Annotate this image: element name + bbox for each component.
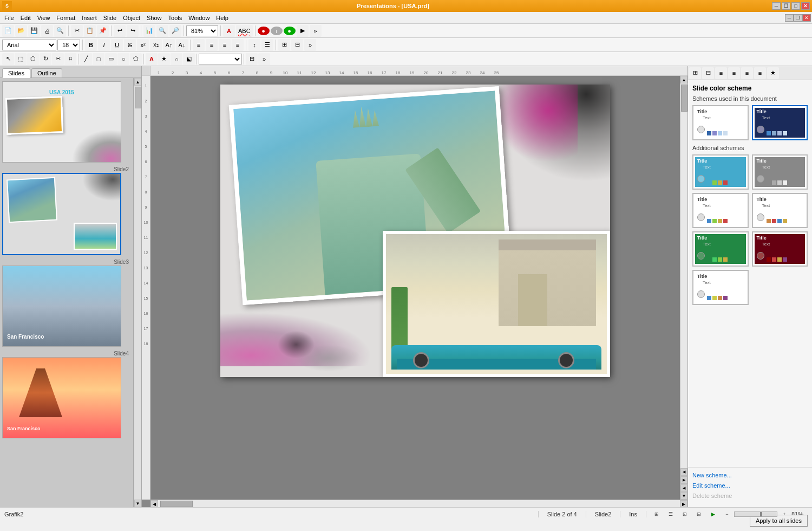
polygon-button[interactable]: ⬠	[130, 53, 142, 65]
style-dropdown[interactable]	[199, 54, 242, 64]
bold-button[interactable]: B	[85, 39, 97, 51]
slides-scroll-thumb[interactable]	[135, 87, 141, 108]
menu-window[interactable]: Window	[185, 14, 213, 22]
print-button[interactable]: 🖨	[41, 25, 53, 37]
slide-thumb-4[interactable]: San Francisco	[2, 357, 121, 438]
tab-order-button[interactable]: ⌗	[64, 53, 76, 65]
table-button[interactable]: ⊞	[278, 39, 290, 51]
slide-scroll-right[interactable]: ▶	[680, 500, 687, 507]
align-right-button[interactable]: ≡	[219, 39, 231, 51]
copy-button[interactable]: 📋	[84, 25, 96, 37]
cut-button[interactable]: ✂	[71, 25, 83, 37]
minimize-button[interactable]: ─	[772, 2, 781, 10]
slide-scroll-thumb-v[interactable]	[681, 85, 687, 112]
view-outline-btn[interactable]: ☰	[665, 509, 677, 519]
start-button[interactable]: ●	[284, 27, 296, 35]
restore-button[interactable]: □	[791, 2, 800, 10]
shrink-font-button[interactable]: A↓	[176, 39, 188, 51]
app-close[interactable]: ✕	[802, 14, 811, 22]
menu-file[interactable]: File	[1, 14, 17, 22]
grow-font-button[interactable]: A↑	[163, 39, 175, 51]
scheme-add-3[interactable]: Title Text	[692, 193, 749, 228]
new-button[interactable]: 📄	[2, 25, 14, 37]
app-minimize[interactable]: ─	[785, 14, 794, 22]
slide-scroll-up[interactable]: ▲	[680, 76, 687, 83]
scheme-add-2[interactable]: Title Text	[752, 154, 808, 190]
scheme-add-4[interactable]: Title Text	[752, 193, 808, 228]
placeholder-button[interactable]: ⬕	[183, 53, 195, 65]
select2-button[interactable]: ⬚	[15, 53, 27, 65]
menu-format[interactable]: Format	[53, 14, 78, 22]
strikethrough-button[interactable]: S	[124, 39, 136, 51]
slide-scroll-down[interactable]: ▼	[680, 492, 687, 500]
star-button[interactable]: ★	[158, 53, 170, 65]
scheme-add-6[interactable]: Title Text	[752, 231, 808, 267]
slides-scroll-up[interactable]: ▲	[134, 78, 141, 86]
slide-photo-car[interactable]	[383, 231, 610, 377]
stop-button[interactable]: ●	[258, 27, 270, 35]
chart-button[interactable]: 📊	[143, 25, 155, 37]
save-button[interactable]: 💾	[28, 25, 40, 37]
menu-object[interactable]: Object	[120, 14, 143, 22]
align-left-button[interactable]: ≡	[193, 39, 205, 51]
zoom-dropdown[interactable]: 81% 50% 75% 100% 125% 150%	[186, 25, 218, 36]
view-slide-btn[interactable]: ⊡	[679, 509, 691, 519]
menu-view[interactable]: View	[34, 14, 54, 22]
view-normal-btn[interactable]: ⊞	[651, 509, 663, 519]
rp-btn2[interactable]: ⊟	[702, 67, 714, 79]
paste-button[interactable]: 📌	[97, 25, 109, 37]
slide-thumb-1[interactable]: USA 2015	[2, 81, 121, 163]
line-spacing-button[interactable]: ↕	[248, 39, 260, 51]
justify-button[interactable]: ≡	[232, 39, 244, 51]
zoom-in-button[interactable]: 🔍	[156, 25, 168, 37]
font-size-dropdown[interactable]: 18	[57, 40, 80, 50]
menu-show[interactable]: Show	[143, 14, 165, 22]
slide-thumb-3[interactable]: San Francisco	[2, 266, 121, 347]
more-button2[interactable]: »	[304, 39, 316, 51]
menu-edit[interactable]: Edit	[17, 14, 34, 22]
line-button[interactable]: ╱	[80, 53, 92, 65]
scheme-add-1[interactable]: Title Text	[692, 154, 749, 190]
italic-button[interactable]: I	[98, 39, 110, 51]
scheme-add-7[interactable]: Title Text	[692, 270, 749, 305]
rp-btn7[interactable]: ★	[767, 67, 779, 79]
columns-button[interactable]: ⊟	[291, 39, 303, 51]
preview-button[interactable]: 🔍	[54, 25, 66, 37]
rp-btn5[interactable]: ≡	[741, 67, 753, 79]
app-restore[interactable]: ❐	[794, 14, 802, 22]
menu-tools[interactable]: Tools	[165, 14, 186, 22]
underline-button[interactable]: U	[111, 39, 123, 51]
close-button[interactable]: ✕	[801, 2, 810, 10]
grid-button[interactable]: ⊞	[246, 53, 258, 65]
tab-outline[interactable]: Outline	[31, 68, 62, 77]
text-button[interactable]: A	[223, 25, 235, 37]
slide-scroll-mid3[interactable]: ◀	[680, 484, 687, 492]
delete-scheme-link[interactable]: Delete scheme	[692, 491, 808, 500]
slides-scroll-down[interactable]: ▼	[134, 500, 141, 507]
rotate-button[interactable]: ↻	[40, 53, 51, 65]
redo-button[interactable]: ↪	[127, 25, 139, 37]
rect-button[interactable]: □	[93, 53, 104, 65]
select3-button[interactable]: ⬡	[27, 53, 39, 65]
play-button[interactable]: ▶	[297, 25, 309, 37]
new-scheme-link[interactable]: New scheme...	[692, 471, 808, 480]
select-button[interactable]: ↖	[2, 53, 14, 65]
play-presentation-btn[interactable]: ▶	[707, 509, 719, 519]
slide-scroll-mid2[interactable]: ▶	[680, 476, 687, 484]
zoom-slider-track[interactable]	[734, 511, 777, 517]
ellipse-button[interactable]: ○	[117, 53, 129, 65]
undo-button[interactable]: ↩	[114, 25, 126, 37]
zoom-minus-btn[interactable]: −	[721, 510, 733, 518]
rp-btn4[interactable]: ≡	[728, 67, 740, 79]
menu-insert[interactable]: Insert	[78, 14, 100, 22]
superscript-button[interactable]: x²	[137, 39, 149, 51]
scheme-add-5[interactable]: Title Text	[692, 231, 749, 267]
font-family-dropdown[interactable]: Arial	[2, 40, 56, 50]
info-button[interactable]: i	[271, 27, 283, 35]
text-insert-button[interactable]: A	[146, 53, 158, 65]
round-rect-button[interactable]: ▭	[105, 53, 117, 65]
slide-thumb-2[interactable]	[2, 173, 121, 255]
slide-canvas[interactable]	[220, 85, 610, 377]
tab-slides[interactable]: Slides	[2, 68, 30, 78]
slide-scroll-thumb-h[interactable]	[160, 501, 193, 507]
